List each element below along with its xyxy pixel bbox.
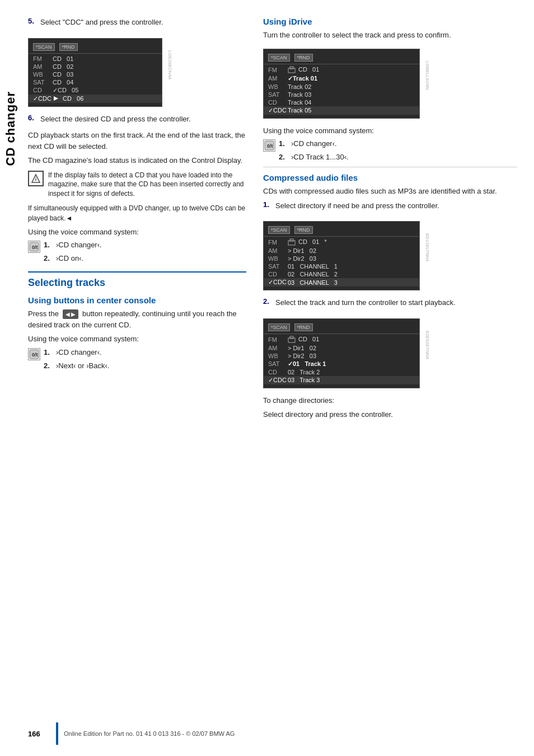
step-r2: 2. Select the track and turn the control… — [263, 297, 517, 308]
cd-screen-compressed1: *SCAN *RND FM CD 01 * AM > Dir1 02 WB — [263, 221, 420, 290]
voice-icon-1: 0/t — [28, 241, 40, 253]
step-6-text: Select the desired CD and press the cont… — [40, 114, 191, 125]
voice-item-right-1: 0/t 1. ›CD changer‹. — [263, 139, 517, 152]
voice-icon-2: 0/t — [28, 348, 40, 360]
voice-title-2: Using the voice command system: — [28, 334, 246, 345]
note-box: If the display fails to detect a CD that… — [28, 171, 246, 199]
cd-screen-1-wrapper: *SCAN *RND FM CD 01 AM CD 02 WB CD 03 SA… — [28, 34, 162, 114]
c2-row-am: AM > Dir1 02 — [264, 344, 419, 352]
c1-row-cdc: ✓CDC 03 CHANNEL 3 — [264, 278, 419, 287]
screen-side-label-c1: ED11ELTNN4 — [425, 233, 430, 261]
cd-screen-compressed2: *SCAN *RND FM CD 01 AM > Dir1 02 WB — [263, 318, 420, 388]
screen-side-label-idrive: LGBELLS1NN — [425, 61, 430, 90]
cd-screen-compressed2-wrapper: *SCAN *RND FM CD 01 AM > Dir1 02 WB — [263, 314, 420, 395]
track-button-symbol: ◀ ▶ — [63, 309, 79, 319]
voice-item-2b: 2. ›Next‹ or ›Back‹. — [44, 361, 246, 370]
cd-row-am: AM CD 02 — [29, 63, 162, 71]
cd-screen-compressed1-wrapper: *SCAN *RND FM CD 01 * AM > Dir1 02 WB — [263, 217, 420, 297]
voice-icon-right-1: 0/t — [263, 139, 275, 152]
idrive-row-sat: SAT Track 03 — [264, 91, 419, 98]
svg-point-3 — [35, 177, 36, 178]
idrive-para: Turn the controller to select the track … — [263, 30, 517, 41]
cd-screen-idrive: *SCAN *RND FM CD 01 AM ✓Track 01 WB T — [263, 49, 420, 119]
voice-title-right: Using the voice command system: — [263, 125, 517, 137]
selecting-tracks-heading: Selecting tracks — [28, 277, 246, 289]
step-5-number: 5. — [28, 17, 38, 25]
c2-row-wb: WB > Dir2 03 — [264, 352, 419, 360]
screen-side-label-c2: E2E5ZETNN4 — [425, 331, 430, 359]
page-number: 166 — [0, 730, 56, 738]
scan-btn: *SCAN — [33, 43, 55, 51]
buttons-para: Press the ◀ ▶ button repeatedly, continu… — [28, 308, 246, 330]
note-icon — [28, 171, 44, 186]
svg-text:0/t: 0/t — [32, 245, 38, 250]
idrive-row-wb: WB Track 02 — [264, 83, 419, 91]
voice-item-2: 2. ›CD on‹. — [44, 254, 246, 262]
c1-row-fm: FM CD 01 * — [264, 238, 419, 247]
voice-item-right-2: 2. ›CD Track 1...30‹. — [279, 153, 517, 161]
voice-list-1: 0/t 1. ›CD changer‹. 2. ›CD on‹. — [28, 241, 246, 262]
divider-1 — [263, 167, 517, 167]
cd-screen-1-header: *SCAN *RND — [29, 42, 162, 54]
c1-row-cd: CD 02 CHANNEL 2 — [264, 270, 419, 278]
svg-text:0/t: 0/t — [32, 352, 38, 358]
cd-row-wb: WB CD 03 — [29, 71, 162, 78]
buttons-heading: Using buttons in center console — [28, 295, 246, 305]
idrive-screen-header: *SCAN *RND — [264, 53, 419, 64]
screen-side-label-1: LGEJSECN4A — [167, 50, 172, 79]
cd-row-fm: FM CD 01 — [29, 55, 162, 63]
c2-row-sat: SAT ✓01 Track 1 — [264, 360, 419, 368]
step-6: 6. Select the desired CD and press the c… — [28, 114, 246, 125]
cd-row-sat: SAT CD 04 — [29, 78, 162, 86]
c1-row-sat: SAT 01 CHANNEL 1 — [264, 262, 419, 270]
cd-screen-idrive-wrapper: *SCAN *RND FM CD 01 AM ✓Track 01 WB T — [263, 44, 420, 125]
cd-row-cd: CD ✓CD 05 — [29, 86, 162, 95]
voice-item-1b: 0/t 1. ›CD changer‹. — [28, 348, 246, 360]
para-1: CD playback starts on the first track. A… — [28, 130, 246, 152]
idrive-heading: Using iDrive — [263, 17, 517, 26]
step-r1: 1. Select directory if need be and press… — [263, 200, 517, 212]
footer-text: Online Edition for Part no. 01 41 0 013 … — [64, 730, 235, 737]
step-5-text: Select "CDC" and press the controller. — [40, 17, 163, 28]
c1-row-am: AM > Dir1 02 — [264, 247, 419, 255]
compressed-para: CDs with compressed audio files such as … — [263, 186, 517, 197]
step-5: 5. Select "CDC" and press the controller… — [28, 17, 246, 28]
voice-list-2: 0/t 1. ›CD changer‹. 2. ›Next‹ or ›Back‹… — [28, 348, 246, 370]
voice-item-1: 0/t 1. ›CD changer‹. — [28, 241, 246, 253]
rnd-btn: *RND — [59, 43, 78, 51]
svg-marker-0 — [54, 96, 58, 101]
compressed-heading: Compressed audio files — [263, 173, 517, 182]
c2-row-cd: CD 02 Track 2 — [264, 368, 419, 376]
note-2: If simultaneously equipped with a DVD ch… — [28, 203, 246, 223]
idrive-row-am: AM ✓Track 01 — [264, 74, 419, 83]
c1-row-wb: WB > Dir2 03 — [264, 255, 419, 262]
to-change-2: Select directory and press the controlle… — [263, 409, 517, 420]
note-text: If the display fails to detect a CD that… — [48, 171, 246, 199]
voice-list-right: 0/t 1. ›CD changer‹. 2. ›CD Track 1...30… — [263, 139, 517, 161]
sidebar-label: CD changer — [0, 67, 21, 190]
svg-text:0/t: 0/t — [267, 143, 273, 149]
idrive-row-cd: CD Track 04 — [264, 98, 419, 106]
step-6-number: 6. — [28, 114, 38, 122]
c2-row-fm: FM CD 01 — [264, 335, 419, 344]
idrive-row-cdc: ✓CDC Track 05 — [264, 106, 419, 115]
page-footer: 166 Online Edition for Part no. 01 41 0 … — [0, 722, 534, 745]
voice-title-1: Using the voice command system: — [28, 227, 246, 238]
cd-screen-1: *SCAN *RND FM CD 01 AM CD 02 WB CD 03 SA… — [28, 38, 162, 107]
right-column: Using iDrive Turn the controller to sele… — [263, 17, 517, 424]
left-column: 5. Select "CDC" and press the controller… — [28, 17, 246, 424]
idrive-row-fm: FM CD 01 — [264, 65, 419, 74]
compressed1-header: *SCAN *RND — [264, 225, 419, 237]
to-change-1: To change directories: — [263, 395, 517, 406]
footer-divider — [56, 722, 58, 745]
compressed2-header: *SCAN *RND — [264, 322, 419, 334]
c2-row-cdc: ✓CDC 03 Track 3 — [264, 376, 419, 384]
selecting-tracks-section: Selecting tracks Using buttons in center… — [28, 271, 246, 370]
cd-row-cdc: ✓CDC CD 06 — [29, 95, 162, 103]
para-2: The CD magazine's load status is indicat… — [28, 155, 246, 166]
